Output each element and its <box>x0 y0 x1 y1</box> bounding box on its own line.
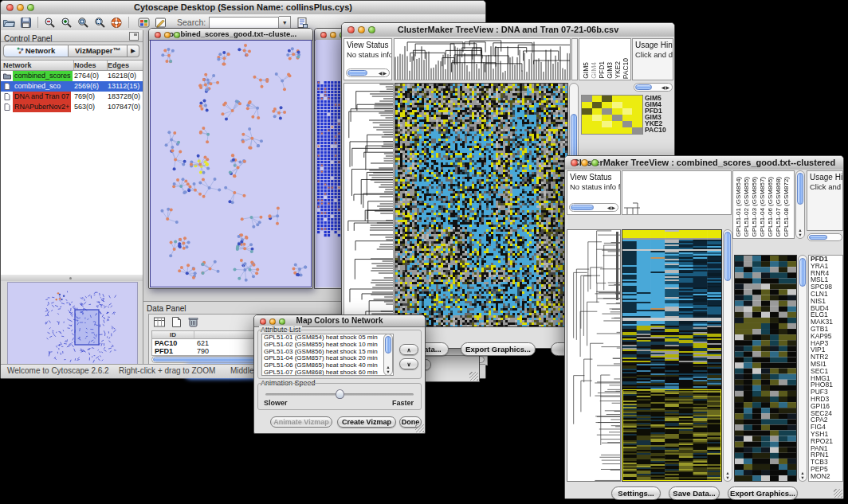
array-column-label[interactable]: GPL51-08 (GSM872) <box>783 177 791 237</box>
gene-list-item[interactable]: MON2 <box>809 473 842 480</box>
matrix-cell[interactable] <box>632 108 642 115</box>
array-column-label[interactable]: GPL51-06 (GSM865) <box>767 177 775 237</box>
network-table-row[interactable]: combined_sco2569(6)13112(15) <box>1 81 143 92</box>
matrix-column-label[interactable]: GIM3 <box>606 62 614 79</box>
move-up-button[interactable]: ∧ <box>399 344 418 355</box>
zoom-button[interactable] <box>591 159 599 166</box>
delete-attribute-icon[interactable] <box>186 316 200 328</box>
matrix-column-label[interactable]: YKE2 <box>614 61 622 79</box>
zoom-in-icon[interactable] <box>60 17 73 29</box>
matrix-cell[interactable] <box>592 96 603 102</box>
matrix-cell[interactable] <box>602 115 612 121</box>
dp-col-id[interactable]: ID <box>152 331 194 338</box>
matrix-cell[interactable] <box>622 102 633 108</box>
treeview-combined-titlebar[interactable]: ClusterMaker TreeView : combined_scores_… <box>565 156 843 170</box>
global-heatmap-vscroll[interactable]: ▲▼ <box>723 229 732 482</box>
vizmap-grid-icon[interactable] <box>137 17 151 29</box>
search-dropdown-arrow[interactable]: ▼ <box>279 16 291 29</box>
new-attribute-icon[interactable] <box>170 316 183 328</box>
matrix-cell[interactable] <box>612 121 622 127</box>
matrix-cell[interactable] <box>602 121 612 127</box>
matrix-cell[interactable] <box>582 115 592 121</box>
zoom-matrix[interactable] <box>581 95 643 135</box>
row-dendrogram-canvas[interactable] <box>344 84 393 326</box>
attribute-list-item[interactable]: GPL51-07 (GSM868) heat shock 60 min <box>262 369 393 376</box>
birdseye-canvas[interactable] <box>8 283 135 369</box>
zoom-heatmap-canvas[interactable] <box>735 256 796 481</box>
matrix-column-label[interactable]: GIM4 <box>590 62 598 79</box>
minimize-button[interactable] <box>269 318 276 325</box>
row-dendrogram-canvas[interactable] <box>567 230 620 481</box>
save-data-button[interactable]: Save Data... <box>669 486 720 500</box>
save-icon[interactable] <box>19 17 33 29</box>
matrix-column-label[interactable]: GIM5 <box>582 62 590 79</box>
matrix-row-label[interactable]: PAC10 <box>645 127 666 133</box>
network-table-row[interactable]: combined_scores2764(0)16218(0) <box>1 71 143 81</box>
network-canvas[interactable] <box>151 41 311 287</box>
zoom-button[interactable] <box>279 318 285 325</box>
export-graphics-button[interactable]: Export Graphics... <box>728 486 798 500</box>
float-panel-icon[interactable] <box>129 32 139 41</box>
matrix-cell[interactable] <box>622 127 633 134</box>
create-vizmap-button[interactable]: Create Vizmap <box>337 416 396 428</box>
array-column-label[interactable]: GPL51-04 (GSM857) <box>759 177 767 237</box>
tab-network[interactable]: Network <box>3 45 69 57</box>
table-view-icon[interactable] <box>153 316 167 328</box>
minimize-button[interactable] <box>17 4 24 11</box>
labels-vscroll[interactable]: ▲▼ <box>795 170 805 239</box>
cytoscape-titlebar[interactable]: Cytoscape Desktop (Session Name: collins… <box>1 1 485 15</box>
close-button[interactable] <box>320 32 327 38</box>
matrix-cell[interactable] <box>582 102 592 108</box>
matrix-cell[interactable] <box>602 102 612 108</box>
matrix-cell[interactable] <box>632 127 642 134</box>
network-table-row[interactable]: RNAPuberNov2+563(0)107847(0) <box>1 102 143 112</box>
minimize-button[interactable] <box>164 32 171 38</box>
matrix-cell[interactable] <box>582 127 592 134</box>
resize-grip[interactable] <box>415 424 424 432</box>
matrix-cell[interactable] <box>592 127 603 134</box>
speed-slider-thumb[interactable] <box>336 389 344 399</box>
col-header-network[interactable]: Network <box>1 61 74 70</box>
scroll-strip[interactable] <box>571 38 578 80</box>
zoom-selected-icon[interactable] <box>93 17 107 29</box>
matrix-cell[interactable] <box>632 96 642 102</box>
animate-vizmap-button[interactable]: Animate Vizmap <box>270 416 332 428</box>
attribute-list-vscroll[interactable]: ▲▼ <box>383 334 393 376</box>
network-titlebar[interactable]: combined_scores_good.txt--cluste... <box>149 29 312 41</box>
matrix-cell[interactable] <box>632 102 642 108</box>
view-status-hscroll[interactable]: ◀▶ <box>346 68 390 77</box>
tab-vizmapper[interactable]: VizMapper™ <box>69 45 128 57</box>
matrix-cell[interactable] <box>592 121 603 127</box>
matrix-cell[interactable] <box>612 96 622 102</box>
close-button[interactable] <box>347 26 355 33</box>
matrix-cell[interactable] <box>592 115 603 121</box>
export-graphics-button[interactable]: Export Graphics... <box>461 342 536 356</box>
minimize-button[interactable] <box>358 26 365 33</box>
matrix-cell[interactable] <box>602 108 612 115</box>
usage-hints-hscroll[interactable]: ◀▶ <box>634 83 673 92</box>
matrix-cell[interactable] <box>622 121 633 127</box>
panel-divider[interactable] <box>1 275 143 281</box>
speed-slider-track[interactable] <box>265 393 414 396</box>
view-status-hscroll[interactable]: ◀▶ <box>569 203 618 212</box>
column-dendrogram-canvas[interactable] <box>395 39 570 80</box>
minimize-button[interactable] <box>330 32 336 38</box>
help-lifering-icon[interactable] <box>110 17 124 29</box>
matrix-cell[interactable] <box>622 108 633 115</box>
zoom-button[interactable] <box>174 32 180 38</box>
treeview-dna-titlebar[interactable]: ClusterMaker TreeView : DNA and Tran 07-… <box>342 23 674 37</box>
array-column-label[interactable]: GPL51-02 (GSM855) <box>743 177 751 237</box>
attribute-list[interactable]: GPL51-01 (GSM854) heat shock 05 minGPL51… <box>261 334 394 376</box>
usage-hints-hscroll[interactable] <box>807 233 842 241</box>
matrix-cell[interactable] <box>622 115 633 121</box>
matrix-cell[interactable] <box>622 96 633 102</box>
array-column-label[interactable]: GPL51-07 (GSM868) <box>775 177 783 237</box>
birdseye-view[interactable] <box>7 282 138 371</box>
close-button[interactable] <box>260 318 266 325</box>
resize-grip[interactable] <box>469 372 478 381</box>
gene-list-vscroll[interactable]: ▲▼ <box>798 255 807 482</box>
tab-more-arrow[interactable]: ▶ <box>128 45 139 57</box>
matrix-cell[interactable] <box>612 127 622 134</box>
zoom-button[interactable] <box>27 4 34 11</box>
matrix-cell[interactable] <box>612 102 622 108</box>
